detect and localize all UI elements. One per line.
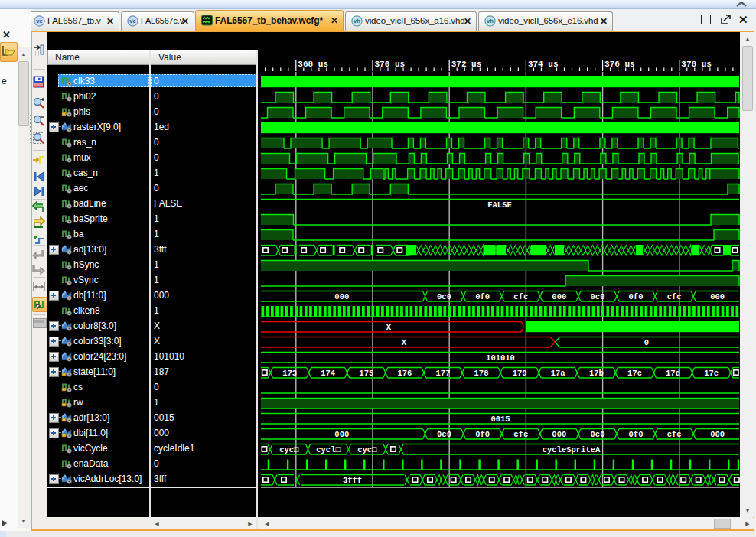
svg-text:178: 178 [474, 369, 489, 378]
svg-text:0f0: 0f0 [475, 430, 490, 439]
svg-text:376 us: 376 us [604, 60, 635, 69]
svg-text:177: 177 [436, 369, 451, 378]
svg-text:0f0: 0f0 [475, 292, 490, 301]
svg-text:0015: 0015 [490, 415, 510, 424]
svg-text:372 us: 372 us [451, 60, 482, 69]
svg-text:X: X [386, 323, 392, 332]
svg-text:374 us: 374 us [528, 60, 559, 69]
svg-text:0c0: 0c0 [437, 430, 451, 439]
svg-text:000: 000 [552, 430, 566, 439]
svg-text:17b: 17b [589, 369, 604, 378]
svg-text:176: 176 [397, 369, 412, 378]
svg-text:368 us: 368 us [298, 60, 328, 69]
svg-text:17c: 17c [627, 369, 642, 378]
svg-text:17a: 17a [551, 369, 566, 378]
svg-text:cyc□: cyc□ [357, 445, 377, 454]
svg-text:000: 000 [710, 430, 725, 439]
svg-text:173: 173 [282, 369, 297, 378]
svg-text:000: 000 [334, 430, 349, 439]
svg-text:370 us: 370 us [375, 60, 406, 69]
svg-text:101010: 101010 [486, 353, 515, 363]
svg-text:0c0: 0c0 [437, 292, 451, 301]
svg-text:0c0: 0c0 [591, 292, 605, 301]
svg-text:X: X [402, 338, 407, 347]
svg-text:0c0: 0c0 [591, 430, 605, 439]
svg-text:cyc□: cyc□ [279, 445, 299, 454]
svg-text:cfc: cfc [667, 292, 682, 301]
svg-text:FALSE: FALSE [487, 200, 512, 210]
svg-text:0: 0 [644, 338, 649, 347]
svg-text:174: 174 [321, 369, 335, 378]
svg-text:0f0: 0f0 [629, 292, 644, 301]
svg-text:175: 175 [359, 369, 373, 378]
svg-text:000: 000 [710, 292, 725, 301]
svg-text:cycleSpriteA: cycleSpriteA [543, 445, 601, 454]
svg-text:3fff: 3fff [343, 476, 362, 485]
svg-text:179: 179 [513, 369, 527, 378]
svg-text:378 us: 378 us [681, 60, 712, 69]
svg-text:cfc: cfc [513, 292, 528, 301]
svg-text:000: 000 [334, 292, 349, 301]
svg-text:17e: 17e [704, 369, 719, 378]
svg-text:cycl□: cycl□ [316, 445, 341, 454]
svg-text:17d: 17d [666, 369, 680, 378]
svg-text:cfc: cfc [513, 430, 528, 439]
svg-text:0f0: 0f0 [629, 430, 644, 439]
svg-text:cfc: cfc [667, 430, 682, 439]
svg-text:000: 000 [552, 292, 566, 301]
